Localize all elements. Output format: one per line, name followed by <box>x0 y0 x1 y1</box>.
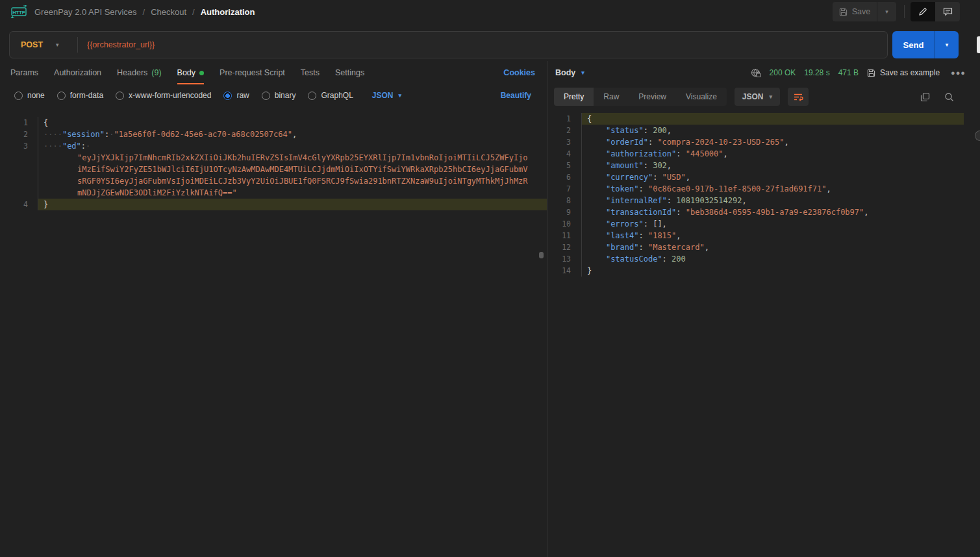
code-line[interactable]: 14} <box>547 265 964 277</box>
tab-tests[interactable]: Tests <box>301 61 320 84</box>
line-number: 8 <box>547 195 581 206</box>
svg-text:HTTP: HTTP <box>12 10 25 16</box>
tab-body[interactable]: Body <box>177 61 205 84</box>
code-line[interactable]: 10 "errors": [], <box>547 218 964 230</box>
response-meta: 200 OK 19.28 s 471 B Save as example ●●● <box>751 68 966 78</box>
line-number: 4 <box>547 148 581 160</box>
tab-params[interactable]: Params <box>10 61 38 84</box>
response-time[interactable]: 19.28 s <box>804 68 829 77</box>
response-language-select[interactable]: JSON ▾ <box>735 88 780 106</box>
topbar-divider <box>904 5 905 18</box>
code-line[interactable]: 8 "internalRef": 10819032514292, <box>547 195 964 206</box>
code-line[interactable]: 2····"session":·"1a5e6f0f-0d62-45e6-ac70… <box>0 129 547 140</box>
tab-headers[interactable]: Headers(9) <box>117 61 162 84</box>
code-line[interactable]: 3 "orderId": "compra-2024-10-23-USD-265"… <box>547 136 964 148</box>
url-input[interactable]: {{orchestrator_url}} <box>78 40 155 49</box>
radio-none[interactable]: none <box>14 91 45 100</box>
topbar-icon-group <box>911 2 960 21</box>
line-number: 14 <box>547 265 581 277</box>
code-line[interactable]: sRGF0YSI6eyJjaGFubmVsIjoiMDEiLCJzb3VyY2U… <box>0 175 547 187</box>
request-pane: Params Authorization Headers(9) Body Pre… <box>0 61 547 557</box>
line-number <box>0 175 38 187</box>
pencil-icon <box>918 7 927 16</box>
chevron-down-icon: ▾ <box>581 69 584 76</box>
chevron-down-icon: ▾ <box>56 42 59 48</box>
tab-settings[interactable]: Settings <box>335 61 364 84</box>
breadcrumb: HTTP GreenPay 2.0 API Services / Checkou… <box>10 0 255 23</box>
status-badge[interactable]: 200 OK <box>770 68 796 77</box>
response-more-menu[interactable]: ●●● <box>951 69 966 77</box>
line-number: 9 <box>547 206 581 218</box>
tab-authorization[interactable]: Authorization <box>54 61 101 84</box>
method-select[interactable]: POST ▾ <box>10 40 77 49</box>
save-options-caret[interactable]: ▾ <box>877 2 896 21</box>
code-line[interactable]: 2 "status": 200, <box>547 125 964 136</box>
radio-binary[interactable]: binary <box>262 91 296 100</box>
code-line[interactable]: 5 "amount": 302, <box>547 160 964 171</box>
code-line[interactable]: 6 "currency": "USD", <box>547 171 964 183</box>
view-raw[interactable]: Raw <box>594 88 629 106</box>
top-bar: HTTP GreenPay 2.0 API Services / Checkou… <box>0 0 980 23</box>
code-line[interactable]: mNDJjZGEwNDE3ODliM2FiYzlkNTAifQ==" <box>0 187 547 199</box>
search-icon[interactable] <box>944 92 954 102</box>
response-toolbar-right <box>920 92 954 102</box>
url-box: POST ▾ {{orchestrator_url}} <box>9 31 888 58</box>
radio-icon <box>14 92 23 100</box>
body-type-options: none form-data x-www-form-urlencoded raw… <box>0 84 547 106</box>
line-number: 13 <box>547 253 581 265</box>
radio-raw[interactable]: raw <box>223 91 249 100</box>
code-line[interactable]: 1{ <box>0 117 547 129</box>
cookies-link[interactable]: Cookies <box>503 68 535 77</box>
view-visualize[interactable]: Visualize <box>676 88 727 106</box>
response-pane: Body ▾ 200 OK 19.28 s 471 B Save as exam… <box>547 61 980 557</box>
request-body-editor[interactable]: 1{2····"session":·"1a5e6f0f-0d62-45e6-ac… <box>0 106 547 557</box>
radio-x-www-form-urlencoded[interactable]: x-www-form-urlencoded <box>116 91 211 100</box>
view-preview[interactable]: Preview <box>629 88 676 106</box>
line-number <box>0 164 38 175</box>
code-line[interactable]: "eyJjYXJkIjp7ImNhcmRIb2xkZXIiOiJKb2huIER… <box>0 152 547 164</box>
line-number: 2 <box>0 129 38 140</box>
comment-button[interactable] <box>935 2 960 21</box>
request-tabs: Params Authorization Headers(9) Body Pre… <box>0 61 547 84</box>
code-line[interactable]: 1{ <box>547 113 964 125</box>
code-line[interactable]: iMzEifSwiY2FyZE51bWJlciI6IjU1OTcyNzAwMDA… <box>0 164 547 175</box>
radio-icon <box>308 92 316 100</box>
code-line[interactable]: 9 "transactionId": "beb386d4-0595-49b1-a… <box>547 206 964 218</box>
line-number: 3 <box>0 140 38 152</box>
edit-button[interactable] <box>911 2 935 21</box>
breadcrumb-folder[interactable]: Checkout <box>151 7 186 17</box>
send-button[interactable]: Send <box>892 31 935 58</box>
line-number <box>0 152 38 164</box>
radio-form-data[interactable]: form-data <box>57 91 103 100</box>
code-line[interactable]: 4} <box>0 199 547 210</box>
response-body-editor[interactable]: 1{2 "status": 200,3 "orderId": "compra-2… <box>547 109 980 557</box>
copy-icon[interactable] <box>920 92 930 102</box>
code-line[interactable]: 7 "token": "0c86cae0-917b-11ef-8500-27f1… <box>547 183 964 195</box>
tab-pre-request-script[interactable]: Pre-request Script <box>220 61 285 84</box>
code-line[interactable]: 12 "brand": "Mastercard", <box>547 241 964 253</box>
raw-language-select[interactable]: JSON▾ <box>372 91 401 100</box>
wrap-lines-button[interactable] <box>788 88 809 106</box>
breadcrumb-request[interactable]: Authorization <box>201 7 255 17</box>
send-options-caret[interactable]: ▾ <box>935 31 959 58</box>
response-body-select[interactable]: Body ▾ <box>555 68 584 77</box>
radio-graphql[interactable]: GraphQL <box>308 91 353 100</box>
code-line[interactable]: 13 "statusCode": 200 <box>547 253 964 265</box>
code-line[interactable]: 11 "last4": "1815", <box>547 230 964 241</box>
response-size[interactable]: 471 B <box>838 68 859 77</box>
view-pretty[interactable]: Pretty <box>554 88 594 106</box>
offscreen-panel-sliver <box>977 36 980 53</box>
editor-scrollbar-thumb[interactable] <box>539 252 544 258</box>
line-number: 5 <box>547 160 581 171</box>
line-number <box>0 187 38 199</box>
save-as-example-button[interactable]: Save as example <box>867 68 940 77</box>
http-request-icon: HTTP <box>10 5 27 18</box>
breadcrumb-collection[interactable]: GreenPay 2.0 API Services <box>34 7 137 17</box>
beautify-link[interactable]: Beautify <box>501 91 531 100</box>
wrap-lines-icon <box>793 92 803 101</box>
radio-icon <box>57 92 66 100</box>
save-button[interactable]: Save <box>833 2 877 21</box>
code-line[interactable]: 4 "authorization": "445000", <box>547 148 964 160</box>
code-line[interactable]: 3····"ed":· <box>0 140 547 152</box>
line-number: 10 <box>547 218 581 230</box>
